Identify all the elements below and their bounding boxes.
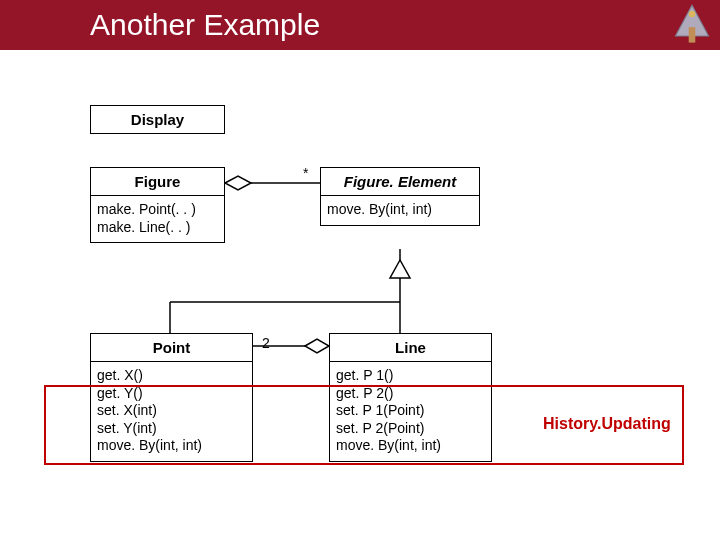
class-line-name: Line: [330, 334, 491, 362]
aspect-label: History.Updating: [543, 415, 671, 433]
corner-logo: [670, 3, 714, 47]
multiplicity-star: *: [303, 165, 308, 181]
title-bar: Another Example: [0, 0, 720, 50]
slide-title: Another Example: [90, 8, 320, 42]
diagram-area: Display Figure make. Point(. . ) make. L…: [0, 50, 720, 540]
svg-marker-12: [305, 339, 329, 353]
class-figure-element: Figure. Element move. By(int, int): [320, 167, 480, 226]
class-figure-element-name: Figure. Element: [321, 168, 479, 196]
svg-marker-6: [390, 260, 410, 278]
svg-rect-1: [689, 27, 696, 42]
multiplicity-two: 2: [262, 335, 270, 351]
svg-marker-3: [225, 176, 251, 190]
class-figure-name: Figure: [91, 168, 224, 196]
class-display-name: Display: [91, 106, 224, 133]
class-figure: Figure make. Point(. . ) make. Line(. . …: [90, 167, 225, 243]
svg-point-2: [689, 11, 696, 18]
class-figure-ops: make. Point(. . ) make. Line(. . ): [91, 196, 224, 242]
class-point-name: Point: [91, 334, 252, 362]
class-display: Display: [90, 105, 225, 134]
class-figure-element-ops: move. By(int, int): [321, 196, 479, 225]
